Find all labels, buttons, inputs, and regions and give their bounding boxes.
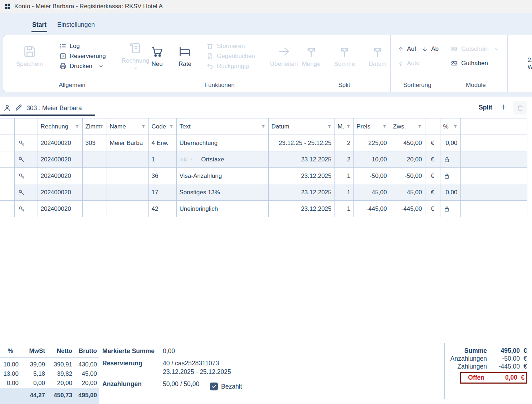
cell-preis: 10,00 — [353, 151, 390, 168]
ribbon-group-split: Menge Summe Datum Split — [298, 35, 390, 92]
key-icon — [18, 205, 25, 213]
filter-icon[interactable] — [418, 124, 422, 129]
reservation-summary: Markierte Summe 0,00 Reservierung 40 / c… — [99, 343, 444, 404]
cell-zws: 450,00 — [390, 135, 425, 151]
offen-label: Offen — [461, 374, 484, 381]
sort-auf-button[interactable]: Auf — [398, 45, 416, 53]
rate-button[interactable]: Rate — [179, 45, 191, 68]
cell-locked — [440, 201, 460, 217]
ribbon-group-sortierung: Auf Ab Auto Sortierung — [391, 35, 445, 92]
bezahlt-checkbox[interactable] — [210, 383, 218, 390]
offen-highlight-box: Offen0,00€ — [460, 372, 527, 384]
cell-locked — [440, 151, 460, 168]
header-key — [14, 118, 38, 135]
table-row[interactable]: 202400020 42 Uneinbringlich 23.12.2025 1… — [0, 201, 527, 217]
group-label-module: Module — [444, 82, 507, 89]
filter-icon[interactable] — [99, 124, 104, 129]
drucken-button[interactable]: Drucken — [59, 63, 106, 70]
inkl-dropdown[interactable]: inkl. — [180, 156, 194, 162]
header-preis[interactable]: Preis — [353, 118, 390, 135]
cell-currency: € — [425, 201, 440, 217]
cell-name — [107, 201, 148, 217]
row-key-cell[interactable] — [14, 151, 38, 168]
header-zimmer[interactable]: Zimm — [82, 118, 107, 135]
row-key-cell[interactable] — [14, 168, 38, 184]
table-row[interactable]: 202400020 303 Meier Barba 4 Erw. Übernac… — [0, 135, 527, 151]
reservation-book-icon — [59, 53, 67, 60]
filter-icon[interactable] — [346, 124, 351, 129]
header-datum[interactable]: Datum — [268, 118, 335, 135]
cell-text: Sonstiges 13% — [176, 184, 268, 201]
split-toggle[interactable]: Split — [479, 104, 492, 111]
filter-icon[interactable] — [453, 124, 458, 129]
cell-menge: 1 — [335, 201, 353, 217]
undo-icon — [206, 63, 214, 70]
trash-icon — [206, 43, 214, 50]
account-bar: 303 : Meier Barbara Split + — [0, 97, 532, 118]
header-code[interactable]: Code — [148, 118, 176, 135]
tab-einstellungen[interactable]: Einstellungen — [57, 18, 96, 32]
header-name[interactable]: Name — [107, 118, 148, 135]
key-icon — [18, 189, 25, 196]
header-zws[interactable]: Zws. — [390, 118, 425, 135]
cell-datum: 23.12.25 - 25.12.25 — [268, 135, 335, 151]
header-menge[interactable]: M. — [335, 118, 353, 135]
header-rechnung[interactable]: Rechnung — [38, 118, 82, 135]
neu-button[interactable]: Neu — [151, 45, 163, 68]
log-button[interactable]: Log — [59, 43, 106, 50]
totals-panel: Summe495,00€ Anzahlungen-50,00€ Zahlunge… — [444, 343, 532, 399]
row-key-cell[interactable] — [14, 201, 38, 217]
guthaben-button[interactable]: Guthaben — [451, 60, 499, 67]
filter-icon[interactable] — [169, 124, 174, 129]
cell-zimmer — [82, 201, 107, 217]
filter-icon[interactable] — [75, 124, 79, 129]
table-header-row: Rechnung Zimm Name Code Text Datum M. Pr… — [0, 118, 527, 135]
anzahlungen-row: Anzahlungen-50,00€ — [445, 355, 527, 362]
cell-menge: 1 — [335, 184, 353, 201]
cell-menge: 2 — [335, 151, 353, 168]
ribbon-group-funktionen: Neu Rate Stornieren Gegenbuchen — [141, 35, 298, 92]
split-menge-button: Menge — [302, 45, 321, 68]
delete-account-button — [513, 101, 527, 115]
cell-datum: 23.12.2025 — [268, 201, 335, 217]
chevron-down-icon — [190, 157, 194, 161]
filter-icon[interactable] — [327, 124, 332, 129]
table-row[interactable]: 202400020 1 inkl.Ortstaxe 23.12.2025 2 1… — [0, 151, 527, 168]
table-row[interactable]: 202400020 36 Visa-Anzahlung 23.12.2025 1… — [0, 168, 527, 184]
cell-prozent: 0,00 — [440, 184, 460, 201]
bezahlt-checkbox-row: Bezahlt — [210, 383, 242, 390]
filter-icon[interactable] — [141, 124, 146, 129]
vat-row: 10,0039,09 390,91430,00 — [0, 358, 99, 370]
row-key-cell[interactable] — [14, 184, 38, 201]
pencil-edit-icon[interactable] — [15, 104, 23, 112]
filter-icon[interactable] — [382, 124, 387, 129]
vat-row: 0,000,00 20,0020,00 — [0, 379, 99, 388]
vat-row: 13,005,18 39,8245,00 — [0, 369, 99, 379]
sort-ab-button[interactable]: Ab — [422, 45, 439, 53]
add-account-button[interactable]: + — [501, 102, 506, 113]
app-window: Konto - Meier Barbara - Registrierkassa:… — [0, 0, 532, 404]
cell-menge: 1 — [335, 168, 353, 184]
invoice-scroll-icon — [129, 42, 142, 55]
cell-currency: € — [425, 168, 440, 184]
row-key-cell[interactable] — [14, 135, 38, 151]
reservierung-button[interactable]: Reservierung — [59, 53, 106, 60]
chevron-down-icon[interactable] — [98, 64, 104, 69]
arrow-up-icon — [398, 46, 404, 52]
vat-header-row: % MwSt Netto Brutto — [0, 343, 99, 358]
account-tab-label[interactable]: 303 : Meier Barbara — [26, 104, 82, 112]
cell-menge: 2 — [335, 135, 353, 151]
summe-row: Summe495,00€ — [445, 347, 527, 355]
header-prozent[interactable]: % — [440, 118, 460, 135]
cell-code: 1 — [148, 151, 176, 168]
ribbon-group-module: Gutschein Guthaben Module — [444, 35, 508, 92]
check-icon — [211, 384, 216, 389]
cell-rechnung: 202400020 — [38, 151, 82, 168]
cell-name — [107, 168, 148, 184]
header-text[interactable]: Text — [176, 118, 268, 135]
sort-auto-button: Auto — [398, 60, 439, 67]
cell-rechnung: 202400020 — [38, 201, 82, 217]
filter-icon[interactable] — [261, 124, 265, 129]
table-row[interactable]: 202400020 17 Sonstiges 13% 23.12.2025 1 … — [0, 184, 527, 201]
tab-start[interactable]: Start — [31, 18, 47, 32]
